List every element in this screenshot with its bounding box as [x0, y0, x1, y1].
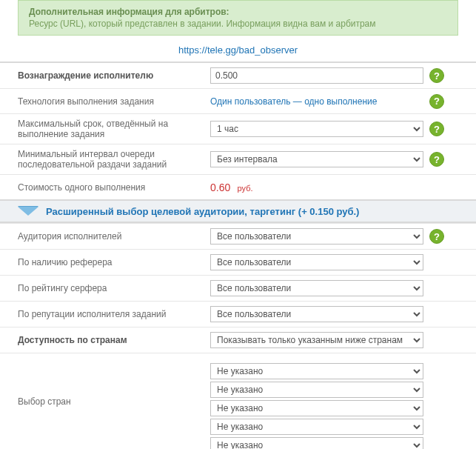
arbiter-info-text: Ресурс (URL), который представлен в зада… — [29, 19, 447, 29]
help-icon[interactable]: ? — [429, 94, 444, 109]
chevron-down-icon — [18, 207, 38, 216]
select-country-4[interactable]: Не указано — [210, 437, 423, 449]
value-cost: 0.60 — [210, 182, 230, 193]
label-maxtime: Максимальный срок, отведённый на выполне… — [18, 119, 210, 139]
value-tech: Один пользователь — одно выполнение — [210, 96, 377, 107]
select-rating[interactable]: Все пользователи — [210, 280, 423, 296]
row-rating: По рейтингу серфера Все пользователи — [0, 275, 476, 301]
label-cost: Стоимость одного выполнения — [18, 182, 210, 193]
select-mininterval[interactable]: Без интервала — [210, 151, 423, 167]
row-maxtime: Максимальный срок, отведённый на выполне… — [0, 113, 476, 144]
label-tech: Технология выполнения задания — [18, 96, 210, 107]
arbiter-info-box: Дополнительная информация для арбитров: … — [18, 0, 458, 36]
select-country-1[interactable]: Не указано — [210, 382, 423, 398]
targeting-header[interactable]: Расширенный выбор целевой аудитории, тар… — [0, 199, 476, 223]
row-cost: Стоимость одного выполнения 0.60 руб. — [0, 174, 476, 199]
targeting-title: Расширенный выбор целевой аудитории, тар… — [46, 206, 359, 217]
label-rating: По рейтингу серфера — [18, 283, 210, 293]
select-audience[interactable]: Все пользователи — [210, 228, 423, 245]
label-mininterval: Минимальный интервал очереди последовате… — [18, 149, 210, 170]
label-referer: По наличию реферера — [18, 257, 210, 267]
select-country-0[interactable]: Не указано — [210, 363, 423, 379]
help-icon[interactable]: ? — [429, 229, 444, 244]
select-countries-avail[interactable]: Показывать только указанным ниже странам — [210, 332, 423, 348]
row-reputation: По репутации исполнителя заданий Все пол… — [0, 301, 476, 327]
resource-url-link[interactable]: https://tele.gg/bad_observer — [178, 44, 298, 56]
label-audience: Аудитория исполнителей — [18, 231, 210, 242]
row-tech: Технология выполнения задания Один польз… — [0, 88, 476, 113]
select-country-3[interactable]: Не указано — [210, 419, 423, 435]
select-reputation[interactable]: Все пользователи — [210, 306, 423, 322]
help-icon[interactable]: ? — [429, 68, 444, 83]
row-audience: Аудитория исполнителей Все пользователи … — [0, 223, 476, 249]
row-reward: Вознаграждение исполнителю ? — [0, 61, 476, 88]
select-maxtime[interactable]: 1 час — [210, 121, 423, 137]
row-country-pick: Выбор стран Не указано Не указано Не ука… — [0, 353, 476, 449]
label-countries-avail: Доступность по странам — [18, 335, 210, 345]
label-reward: Вознаграждение исполнителю — [18, 70, 210, 81]
unit-cost: руб. — [238, 184, 253, 193]
select-referer[interactable]: Все пользователи — [210, 254, 423, 270]
help-icon[interactable]: ? — [429, 122, 444, 136]
row-countries-avail: Доступность по странам Показывать только… — [0, 327, 476, 353]
resource-url-line: https://tele.gg/bad_observer — [0, 41, 476, 61]
input-reward[interactable] — [210, 67, 423, 84]
row-mininterval: Минимальный интервал очереди последовате… — [0, 144, 476, 174]
label-reputation: По репутации исполнителя заданий — [18, 309, 210, 319]
arbiter-info-title: Дополнительная информация для арбитров: — [29, 7, 447, 17]
select-country-2[interactable]: Не указано — [210, 400, 423, 416]
help-icon[interactable]: ? — [429, 152, 444, 167]
label-country-pick: Выбор стран — [18, 361, 210, 407]
row-referer: По наличию реферера Все пользователи — [0, 249, 476, 275]
